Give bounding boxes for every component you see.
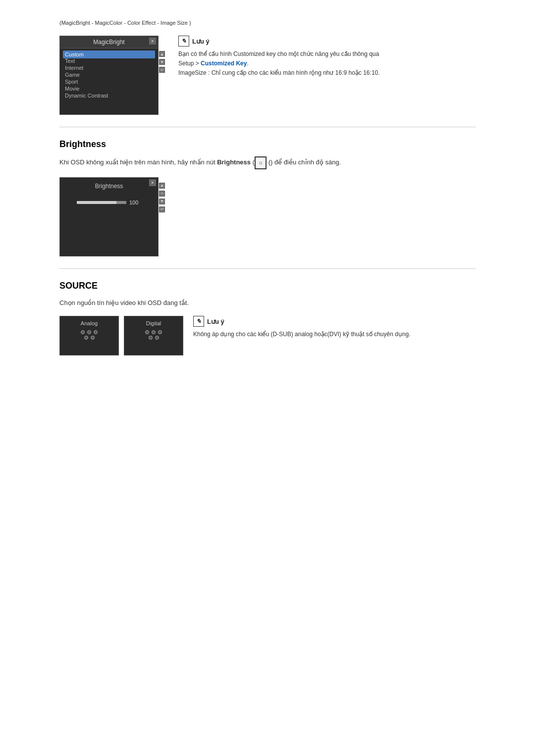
osd-side-buttons: ▲ ▼ ↵: [159, 36, 165, 73]
brightness-slider-fill: [77, 201, 116, 204]
note-customized-key-link[interactable]: Customized Key: [201, 60, 247, 67]
source-analog-osd: Analog: [59, 316, 119, 355]
source-digital-port-row-2: [149, 336, 159, 340]
source-body: Chọn nguồn tín hiệu video khi OSD đang t…: [59, 298, 476, 308]
brightness-btn-up[interactable]: ▲: [159, 183, 165, 189]
source-analog-port-row-1: [81, 330, 98, 334]
divider-1: [59, 127, 476, 127]
note-icon: ✎: [178, 36, 189, 47]
osd-menu-item-dynamic-contrast[interactable]: Dynamic Contrast: [65, 92, 153, 99]
breadcrumb: (MagicBright - MagicColor - Color Effect…: [59, 20, 476, 26]
source-port-3: [94, 330, 98, 334]
brightness-value: 100: [129, 200, 141, 205]
source-section: SOURCE Chọn nguồn tín hiệu video khi OSD…: [59, 281, 476, 356]
osd-menu-item-internet[interactable]: Internet: [65, 64, 153, 71]
source-note-icon: ✎: [193, 316, 204, 327]
brightness-section: Brightness Khi OSD không xuất hiện trên …: [59, 139, 476, 256]
brightness-body-end: ) để điều chỉnh độ sáng.: [270, 158, 341, 166]
brightness-body-link: Brightness: [217, 158, 251, 166]
osd-title: MagicBright: [60, 36, 158, 49]
magic-bright-section: MagicBright × Custom Text Internet Game …: [59, 36, 476, 115]
osd-btn-up[interactable]: ▲: [159, 51, 165, 57]
brightness-paren-open: (: [251, 158, 255, 166]
brightness-btn-right[interactable]: +: [159, 191, 165, 197]
source-dport-3: [158, 330, 162, 334]
osd-menu-item-sport[interactable]: Sport: [65, 78, 153, 85]
brightness-btn-enter[interactable]: ↵: [159, 206, 165, 212]
note-header: ✎ Lưu ý: [178, 36, 476, 47]
source-note: ✎ Lưu ý Không áp dụng cho các kiểu (D-SU…: [193, 316, 476, 339]
note-line1: Bạn có thể cấu hình Customized key cho m…: [178, 50, 379, 57]
osd-menu-item-movie[interactable]: Movie: [65, 85, 153, 92]
source-note-header: ✎ Lưu ý: [193, 316, 476, 327]
source-area: Analog Digital: [59, 316, 476, 355]
source-dport-5: [155, 336, 159, 340]
osd-btn-enter[interactable]: ↵: [159, 67, 165, 73]
source-port-1: [81, 330, 85, 334]
brightness-title: Brightness: [59, 139, 476, 150]
brightness-body-suffix: (: [267, 158, 270, 166]
brightness-button-icon[interactable]: ☼: [255, 156, 267, 169]
source-dport-2: [152, 330, 156, 334]
note-text: Bạn có thể cấu hình Customized key cho m…: [178, 50, 476, 78]
source-port-5: [91, 336, 95, 340]
osd-menu-item-text[interactable]: Text: [65, 57, 153, 64]
brightness-slider-track[interactable]: [77, 201, 126, 204]
source-dport-4: [149, 336, 153, 340]
note-line2-suffix: .: [247, 60, 248, 67]
note-line3: ImageSize : Chỉ cung cấp cho các kiểu mà…: [178, 69, 380, 76]
brightness-osd: × Brightness 100 ▲ + ▼ ↵: [59, 177, 159, 256]
note-line2-prefix: Setup >: [178, 60, 201, 67]
breadcrumb-text: (MagicBright - MagicColor - Color Effect…: [59, 20, 191, 26]
source-analog-ports: [81, 330, 98, 340]
divider-2: [59, 268, 476, 269]
brightness-body-prefix: Khi OSD không xuất hiện trên màn hình, h…: [59, 158, 217, 166]
source-digital-ports: [145, 330, 162, 340]
source-digital-port-row-1: [145, 330, 162, 334]
brightness-side-buttons: ▲ + ▼ ↵: [159, 178, 165, 212]
osd-menu: Custom Text Internet Game Sport Movie Dy…: [60, 49, 158, 102]
note-title: Lưu ý: [192, 38, 210, 45]
source-screens: Analog Digital: [59, 316, 183, 355]
brightness-osd-area: × Brightness 100 ▲ + ▼ ↵: [59, 177, 476, 256]
source-digital-label: Digital: [146, 320, 161, 326]
osd-menu-item-game[interactable]: Game: [65, 71, 153, 78]
source-analog-label: Analog: [81, 320, 98, 326]
source-analog-port-row-2: [84, 336, 95, 340]
source-note-title: Lưu ý: [207, 318, 224, 325]
source-dport-1: [145, 330, 149, 334]
source-port-4: [84, 336, 88, 340]
magic-bright-osd: MagicBright × Custom Text Internet Game …: [59, 36, 159, 115]
magic-bright-note: ✎ Lưu ý Bạn có thể cấu hình Customized k…: [178, 36, 476, 78]
brightness-body: Khi OSD không xuất hiện trên màn hình, h…: [59, 156, 476, 169]
source-digital-osd: Digital: [124, 316, 183, 355]
source-title: SOURCE: [59, 281, 476, 291]
osd-close-button[interactable]: ×: [149, 38, 156, 45]
osd-btn-down[interactable]: ▼: [159, 59, 165, 65]
brightness-close-button[interactable]: ×: [149, 179, 156, 186]
brightness-slider-row: 100: [65, 200, 153, 205]
brightness-btn-down[interactable]: ▼: [159, 199, 165, 204]
source-port-2: [87, 330, 91, 334]
source-note-text: Không áp dụng cho các kiểu (D-SUB) analo…: [193, 330, 476, 339]
brightness-osd-title: Brightness: [95, 183, 123, 190]
